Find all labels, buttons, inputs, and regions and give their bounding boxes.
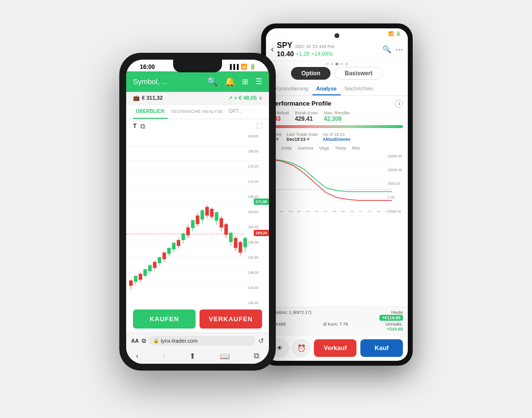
- bottom-position-bar: Position: 1 (€972.17) Heute +€119.65 315…: [266, 307, 408, 335]
- portfolio-expand-icon[interactable]: ∨: [259, 95, 262, 101]
- move-dropdown-icon: ∨: [276, 137, 279, 141]
- url-text: lynx-trader.com: [161, 338, 198, 344]
- expiry-label: DEC 15 '23 440 Put: [295, 44, 334, 49]
- segment-basiswert[interactable]: Basiswert: [334, 67, 383, 80]
- search-icon[interactable]: 🔍: [207, 76, 218, 87]
- iphone-device: 16:00 ▐▐▐ 📶 🔋 Symbol, ... 🔍 🔔 ⊞ ☰: [119, 53, 276, 371]
- status-time: 16:00: [135, 64, 155, 70]
- iphone-nav-icons: 🔍 🔔 ⊞ ☰: [207, 76, 262, 87]
- dot-2: [331, 63, 333, 66]
- android-screen: 📶 🔋 ‹ SPY DEC 15 '23 440 Put 10.40 +1.28…: [266, 28, 408, 361]
- svg-text:414: 414: [306, 210, 310, 213]
- svg-rect-17: [139, 274, 142, 280]
- forward-nav-icon[interactable]: ›: [163, 352, 165, 360]
- reload-icon[interactable]: ↺: [258, 337, 264, 345]
- svg-rect-23: [153, 262, 156, 267]
- info-icon[interactable]: ℹ: [395, 100, 403, 108]
- signal-icon: ▐▐▐: [228, 64, 239, 69]
- section-title: Performance Profile: [271, 100, 332, 107]
- wifi-icon: 📶: [241, 64, 247, 70]
- sell-button[interactable]: VERKAUFEN: [200, 309, 262, 329]
- greek-tab-theta[interactable]: Theta: [333, 145, 348, 152]
- today-label: Heute: [391, 310, 403, 315]
- stat-max-rendite-value: 42,308: [324, 115, 350, 122]
- svg-rect-21: [148, 265, 152, 271]
- chart-toolbar: T ⧉ ⛶: [126, 119, 269, 133]
- android-battery-icon: 🔋: [396, 31, 401, 36]
- tab-opt[interactable]: OPT...: [226, 105, 245, 119]
- segment-buttons: Option Basiswert: [266, 67, 408, 83]
- browser-url-bar[interactable]: 🔒 lynx-trader.com: [149, 336, 255, 346]
- browser-aa[interactable]: AA: [131, 338, 139, 344]
- dot-3: [335, 63, 338, 66]
- greek-tab-vega[interactable]: Vega: [317, 145, 332, 152]
- trade-date-value[interactable]: Dec15'23 ∨: [287, 137, 318, 142]
- android-header-icons: 🔍 ⋯: [382, 45, 403, 54]
- tab-technische-analyse[interactable]: TECHNISCHE ANALYSE: [168, 105, 226, 119]
- price-change: +1.28: [296, 51, 310, 57]
- android-search-icon[interactable]: 🔍: [382, 45, 392, 54]
- android-tabs: Kursnotierung Analyse Nachrichten: [266, 83, 408, 96]
- svg-text:504: 504: [350, 210, 354, 213]
- svg-text:522: 522: [359, 210, 363, 213]
- greek-tabs: L Delta Gamma Vega Theta Rho: [271, 145, 403, 152]
- svg-text:450: 450: [324, 210, 328, 213]
- tab-kursnotierung[interactable]: Kursnotierung: [271, 83, 312, 95]
- svg-rect-41: [196, 215, 199, 224]
- share-icon[interactable]: ⬆: [189, 352, 196, 361]
- segment-option[interactable]: Option: [291, 67, 331, 80]
- android-back-button[interactable]: ‹: [271, 44, 274, 54]
- android-alarm-button[interactable]: ⏰: [292, 339, 310, 357]
- buy-sell-row: KAUFEN VERKAUFEN: [126, 306, 269, 332]
- svg-text:540: 540: [368, 210, 372, 213]
- iphone-tabs: ÜBERBLICK TECHNISCHE ANALYSE OPT...: [126, 105, 269, 119]
- svg-rect-53: [224, 224, 228, 235]
- svg-rect-15: [134, 276, 137, 282]
- tabs-icon[interactable]: ⧉: [254, 352, 259, 360]
- greek-tab-rho[interactable]: Rho: [350, 145, 362, 152]
- back-nav-icon[interactable]: ‹: [136, 352, 138, 360]
- watchlist-icon[interactable]: ⊞: [242, 77, 248, 86]
- unrealized-label: Unrealis.: [385, 322, 403, 327]
- svg-text:432: 432: [315, 210, 319, 213]
- android-sell-button[interactable]: Verkauf: [314, 339, 356, 357]
- unrealized-value: +244.68: [387, 327, 403, 331]
- android-buy-button[interactable]: Kauf: [360, 339, 403, 357]
- expand-icon[interactable]: ⛶: [256, 123, 262, 130]
- greek-tab-gamma[interactable]: Gamma: [296, 145, 315, 152]
- tab-analyse[interactable]: Analyse: [312, 83, 341, 95]
- android-more-icon[interactable]: ⋯: [396, 45, 403, 54]
- tab-uberblick[interactable]: ÜBERBLICK: [133, 105, 168, 119]
- iphone-nav-title: Symbol, ...: [133, 77, 168, 86]
- browser-bottom-nav: ‹ › ⬆ 📖 ⧉: [126, 349, 269, 364]
- svg-rect-39: [191, 220, 195, 228]
- menu-icon[interactable]: ☰: [255, 77, 262, 86]
- as-of-item: As of 16:21 Aktualisieren: [323, 132, 351, 142]
- svg-text:468: 468: [332, 210, 336, 213]
- wallet-icon: 💼: [133, 95, 140, 101]
- candlestick-icon[interactable]: ⧉: [140, 122, 145, 131]
- svg-rect-35: [181, 233, 185, 240]
- svg-text:558: 558: [377, 210, 380, 213]
- svg-text:486: 486: [341, 210, 345, 213]
- as-of-label: As of 16:21: [323, 132, 351, 137]
- aktualisieren-button[interactable]: Aktualisieren: [323, 137, 351, 142]
- svg-rect-37: [186, 227, 190, 235]
- greek-tab-delta[interactable]: Delta: [280, 145, 294, 152]
- bell-icon[interactable]: 🔔: [224, 76, 235, 87]
- bookmarks-icon[interactable]: 📖: [220, 352, 230, 361]
- tab-nachrichten[interactable]: Nachrichten: [341, 83, 377, 95]
- chart-area: 184,00 180,00 176,00 172,00 168,00 164,0…: [126, 133, 269, 306]
- lock-icon: 🔒: [153, 338, 159, 343]
- price-change-pct: +14.04%: [311, 51, 333, 57]
- android-camera: [334, 33, 339, 38]
- svg-text:396: 396: [297, 210, 301, 213]
- trade-date-label: Last Trade Date: [287, 132, 318, 137]
- buy-button[interactable]: KAUFEN: [133, 309, 196, 329]
- portfolio-change-section: ↗ + € 48,05 ∨: [228, 95, 262, 101]
- avg-price-label: Ø Kurs: 7.78: [323, 322, 348, 331]
- dot-5: [345, 63, 348, 66]
- dot-4: [340, 63, 343, 66]
- browser-add-bookmark-icon[interactable]: ⧉: [142, 337, 146, 344]
- trade-date-item: Last Trade Date Dec15'23 ∨: [287, 132, 318, 142]
